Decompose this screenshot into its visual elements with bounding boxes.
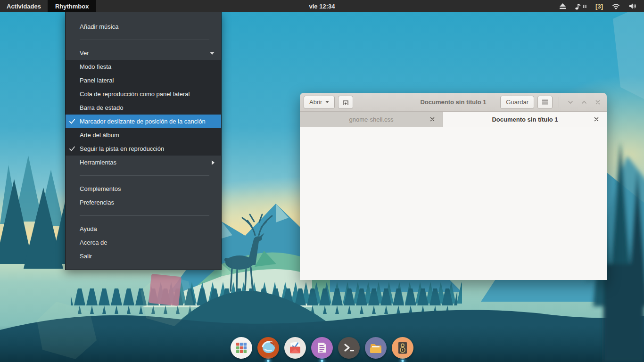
dock-item-mail[interactable] <box>284 337 306 359</box>
system-status-area: [3] <box>559 0 644 12</box>
maximize-button[interactable] <box>579 97 589 107</box>
gedit-window: Documento sin título 1 Abrir Guardar <box>300 93 607 280</box>
menu-item-quit[interactable]: Salir <box>66 249 221 263</box>
tab-gnome-shell-css[interactable]: gnome-shell.css <box>300 112 443 127</box>
menu-item-queue-as-side-panel[interactable]: Cola de reproducción como panel lateral <box>66 87 221 101</box>
chevron-down-icon <box>210 52 215 55</box>
document-editor-area[interactable] <box>300 127 607 280</box>
app-menu-label: Rhythmbox <box>55 3 89 10</box>
close-icon <box>594 117 599 122</box>
menu-item-album-art[interactable]: Arte del álbum <box>66 128 221 142</box>
menu-item-follow-playing-track[interactable]: Seguir la pista en reproducción <box>66 142 221 156</box>
close-icon <box>430 117 435 122</box>
running-indicator-dot <box>321 360 323 362</box>
running-indicator-dot <box>402 360 404 362</box>
close-tab-button[interactable] <box>429 115 436 123</box>
rhythmbox-app-menu: Añadir música Ver Modo fiesta Panel late… <box>65 12 222 270</box>
firefox-icon <box>257 337 279 359</box>
mail-icon <box>284 337 306 359</box>
menu-item-party-mode[interactable]: Modo fiesta <box>66 60 221 74</box>
workspace-badge[interactable]: [3] <box>595 3 603 10</box>
document-icon <box>311 337 333 359</box>
menu-item-add-music[interactable]: Añadir música <box>66 20 221 33</box>
menu-item-tools[interactable]: Herramientas <box>66 156 221 169</box>
new-tab-icon <box>341 98 350 107</box>
submenu-arrow-icon <box>212 160 215 165</box>
desktop: Actividades Rhythmbox vie 12:34 [3] <box>0 0 644 362</box>
menu-item-status-bar[interactable]: Barra de estado <box>66 101 221 115</box>
chevron-up-icon <box>581 99 587 105</box>
menu-item-preferences[interactable]: Preferencias <box>66 196 221 209</box>
save-button[interactable]: Guardar <box>500 96 534 109</box>
top-bar: Actividades Rhythmbox vie 12:34 [3] <box>0 0 644 12</box>
close-window-button[interactable] <box>593 97 603 107</box>
volume-icon[interactable] <box>629 3 636 9</box>
gedit-headerbar: Documento sin título 1 Abrir Guardar <box>300 93 607 112</box>
folder-icon <box>365 337 387 359</box>
dock-item-firefox[interactable] <box>257 337 279 359</box>
checkmark-icon <box>69 119 75 124</box>
menu-item-view[interactable]: Ver <box>66 46 221 60</box>
activities-label: Actividades <box>7 3 41 10</box>
media-player-status[interactable] <box>575 3 586 10</box>
media-note-icon <box>575 3 581 10</box>
gedit-tabbar: gnome-shell.css Documento sin título 1 <box>300 112 607 127</box>
eject-icon[interactable] <box>559 3 566 9</box>
pink-cube-shape <box>149 274 182 306</box>
clock-label: vie 12:34 <box>309 3 335 10</box>
app-grid-icon <box>231 337 252 359</box>
chevron-down-icon <box>568 99 573 105</box>
menu-view-section: Modo fiesta Panel lateral Cola de reprod… <box>66 60 221 156</box>
minimize-button[interactable] <box>565 97 576 107</box>
menu-separator <box>80 40 209 40</box>
close-tab-button[interactable] <box>593 115 600 123</box>
menu-separator <box>80 215 209 216</box>
menu-item-help[interactable]: Ayuda <box>66 222 221 236</box>
menu-item-side-panel[interactable]: Panel lateral <box>66 74 221 87</box>
chevron-down-icon <box>325 101 329 103</box>
menu-item-song-position-slider[interactable]: Marcador deslizante de posición de la ca… <box>66 115 221 128</box>
dock-item-rhythmbox[interactable] <box>392 337 413 359</box>
dock-item-text-editor[interactable] <box>311 337 333 359</box>
close-icon <box>595 99 601 105</box>
menu-button[interactable] <box>537 96 553 109</box>
speaker-icon <box>392 337 413 359</box>
media-pause-icon <box>583 4 586 8</box>
menu-separator <box>80 175 209 176</box>
dock-item-terminal[interactable] <box>338 337 360 359</box>
dock-item-app-launcher[interactable] <box>231 337 252 359</box>
tab-documento-sin-titulo-1[interactable]: Documento sin título 1 <box>443 112 607 127</box>
dock <box>231 337 413 359</box>
headerbar-separator <box>559 97 559 107</box>
wifi-icon[interactable] <box>612 3 620 9</box>
running-indicator-dot <box>267 360 270 362</box>
hamburger-icon <box>542 99 548 105</box>
app-menu-button[interactable]: Rhythmbox <box>48 0 97 12</box>
terminal-icon <box>338 337 360 359</box>
menu-item-about[interactable]: Acerca de <box>66 236 221 249</box>
open-button[interactable]: Abrir <box>304 96 335 109</box>
menu-item-plugins[interactable]: Complementos <box>66 182 221 196</box>
checkmark-icon <box>69 146 75 152</box>
clock-button[interactable]: vie 12:34 <box>309 0 335 12</box>
dock-item-files[interactable] <box>365 337 387 359</box>
new-tab-button[interactable] <box>338 96 353 109</box>
activities-button[interactable]: Actividades <box>0 0 48 12</box>
